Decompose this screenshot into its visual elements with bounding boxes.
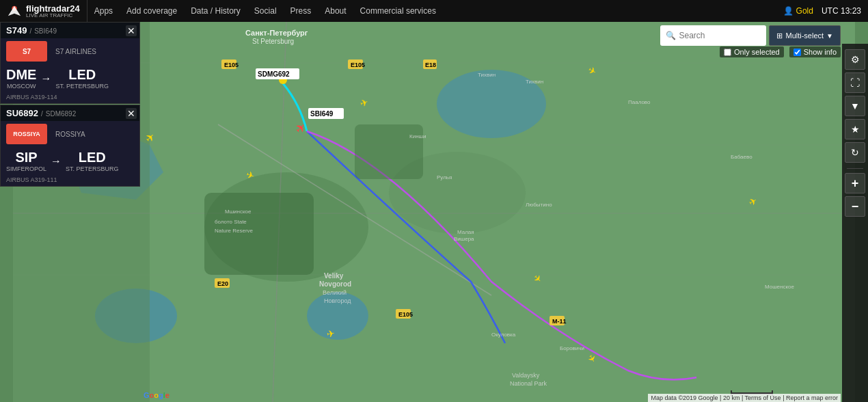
- nav-about[interactable]: About: [318, 0, 353, 22]
- zoom-in-button[interactable]: +: [845, 173, 865, 193]
- nav-apps[interactable]: Apps: [87, 0, 120, 22]
- svg-text:E105: E105: [351, 62, 365, 68]
- logo[interactable]: flightradar24 LIVE AIR TRAFFIC: [0, 0, 87, 22]
- route-arrow-s749: →: [40, 72, 51, 85]
- navbar: flightradar24 LIVE AIR TRAFFIC Apps Add …: [0, 0, 868, 22]
- svg-text:M-11: M-11: [552, 318, 567, 325]
- zoom-in-icon: +: [852, 176, 859, 191]
- star-icon: ★: [851, 124, 860, 135]
- svg-text:Новгород: Новгород: [324, 297, 351, 304]
- show-info-filter[interactable]: Show info: [789, 46, 841, 57]
- settings-button[interactable]: ⚙: [845, 49, 865, 70]
- google-logo: Google: [144, 391, 169, 399]
- svg-text:Кинши: Кинши: [409, 133, 426, 139]
- svg-text:Паалово: Паалово: [628, 99, 651, 105]
- to-iata-s749: LED: [55, 67, 109, 83]
- from-iata-su6892: SIP: [6, 150, 46, 165]
- nav-press[interactable]: Press: [284, 0, 318, 22]
- from-city-s749: MOSCOW: [6, 83, 36, 90]
- utc-time: UTC 13:23: [822, 6, 861, 16]
- svg-text:E20: E20: [217, 280, 228, 287]
- nav-data-history[interactable]: Data / History: [184, 0, 247, 22]
- callsign-sep-su6892: /: [41, 110, 43, 118]
- flight-card-s749[interactable]: S749 / SBI649 ✕ S7 S7 AIRLINES DME MOSCO…: [0, 22, 140, 104]
- to-iata-su6892: LED: [66, 150, 119, 165]
- card-header-s749: S749 / SBI649 ✕: [1, 23, 139, 38]
- logo-icon: [7, 3, 22, 18]
- airline-logo-su6892: ROSSIYA: [6, 124, 47, 144]
- fullscreen-button[interactable]: ⛶: [845, 72, 865, 93]
- only-selected-label: Only selected: [734, 48, 780, 56]
- card-header-su6892: SU6892 / SDM6892 ✕: [1, 105, 139, 121]
- svg-text:SBI649: SBI649: [310, 110, 334, 118]
- multiselect-label: Multi-select: [785, 31, 824, 40]
- multiselect-button[interactable]: ⊞ Multi-select ▼: [769, 25, 841, 46]
- show-info-checkbox[interactable]: [794, 49, 801, 56]
- flight-card-su6892[interactable]: SU6892 / SDM6892 ✕ ROSSIYA ROSSIYA SIP S…: [0, 105, 140, 187]
- svg-text:Valdaysky: Valdaysky: [512, 372, 540, 379]
- right-toolbar: ⚙ ⛶ ▼ ★ ↻ + −: [842, 44, 868, 402]
- refresh-button[interactable]: ↻: [845, 142, 865, 163]
- favorite-button[interactable]: ★: [845, 119, 865, 139]
- svg-text:Мошенское: Мошенское: [765, 284, 795, 290]
- zoom-out-button[interactable]: −: [845, 196, 865, 217]
- nav-links: Apps Add coverage Data / History Social …: [87, 0, 443, 22]
- nav-social[interactable]: Social: [247, 0, 284, 22]
- show-info-label: Show info: [804, 48, 837, 56]
- callsign-s749: /: [29, 27, 31, 35]
- multiselect-icon: ⊞: [776, 31, 783, 40]
- to-city-su6892: ST. PETERSBURG: [66, 165, 119, 172]
- airline-name-su6892: ROSSIYA: [53, 131, 88, 138]
- from-iata-s749: DME: [6, 67, 36, 83]
- svg-text:болото State: болото State: [215, 219, 247, 225]
- map[interactable]: Санкт-Петербург St Petersburg Гатчина Мш…: [0, 22, 868, 402]
- svg-text:Бабаево: Бабаево: [731, 154, 752, 160]
- callsign-text-s749: SBI649: [34, 27, 57, 35]
- svg-text:Рулья: Рулья: [437, 174, 452, 180]
- svg-text:Любытино: Любытино: [526, 202, 552, 208]
- only-selected-filter[interactable]: Only selected: [720, 46, 784, 57]
- only-selected-checkbox[interactable]: [724, 49, 731, 56]
- svg-text:Veliky: Veliky: [324, 272, 344, 280]
- svg-text:E18: E18: [425, 62, 436, 68]
- flight-panel: S749 / SBI649 ✕ S7 S7 AIRLINES DME MOSCO…: [0, 22, 140, 187]
- svg-text:Nature Reserve: Nature Reserve: [215, 228, 254, 234]
- fullscreen-icon: ⛶: [850, 77, 860, 88]
- user-icon: 👤: [783, 6, 794, 16]
- refresh-icon: ↻: [851, 147, 859, 158]
- nav-add-coverage[interactable]: Add coverage: [120, 0, 184, 22]
- toolbar-separator: [847, 168, 863, 169]
- airline-name-s749: S7 AIRLINES: [53, 48, 99, 55]
- svg-text:E105: E105: [224, 62, 239, 68]
- map-attribution: Map data ©2019 Google | 20 km | Terms of…: [648, 394, 841, 402]
- navbar-right: 👤 Gold UTC 13:23: [783, 6, 868, 16]
- svg-text:Novgorod: Novgorod: [319, 280, 351, 288]
- aircraft-type-su6892: AIRBUS A319-111: [1, 175, 139, 186]
- svg-text:Тихвин: Тихвин: [526, 79, 543, 85]
- svg-text:National Park: National Park: [510, 380, 547, 387]
- search-box[interactable]: 🔍: [660, 25, 766, 46]
- top-right-controls: 🔍 ⊞ Multi-select ▼: [140, 22, 868, 49]
- airline-logo-s749: S7: [6, 41, 47, 62]
- route-su6892: SIP SIMFEROPOL → LED ST. PETERSBURG: [1, 147, 139, 175]
- filter-icon: ▼: [850, 100, 860, 111]
- svg-rect-16: [204, 193, 314, 275]
- zoom-out-icon: −: [852, 200, 859, 214]
- chevron-down-icon: ▼: [826, 32, 833, 40]
- nav-commercial[interactable]: Commercial services: [353, 0, 443, 22]
- user-badge[interactable]: 👤 Gold: [783, 6, 813, 16]
- svg-text:Великий: Великий: [323, 289, 347, 296]
- from-city-su6892: SIMFEROPOL: [6, 165, 46, 172]
- svg-text:Малая: Малая: [457, 229, 474, 235]
- close-card-s749[interactable]: ✕: [126, 25, 137, 36]
- filter-button[interactable]: ▼: [845, 96, 865, 116]
- search-input[interactable]: [679, 31, 761, 40]
- flight-number-su6892: SU6892: [6, 108, 38, 118]
- svg-text:Мшинское: Мшинское: [225, 209, 252, 215]
- svg-text:Окуловка: Окуловка: [491, 332, 516, 338]
- close-card-su6892[interactable]: ✕: [126, 108, 137, 119]
- logo-text: flightradar24 LIVE AIR TRAFFIC: [26, 4, 80, 18]
- svg-text:Вишера: Вишера: [454, 236, 474, 242]
- svg-text:SDMG692: SDMG692: [258, 70, 290, 78]
- route-s749: DME MOSCOW → LED ST. PETERSBURG: [1, 64, 139, 92]
